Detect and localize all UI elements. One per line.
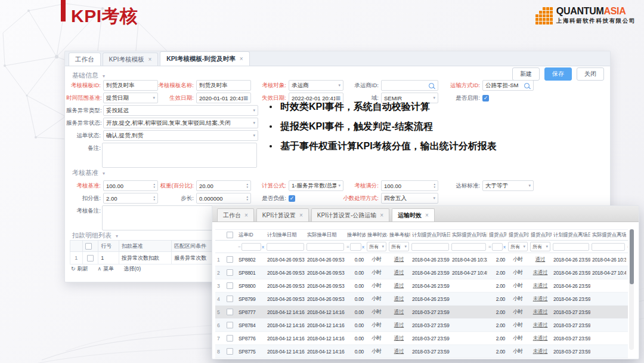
table-row[interactable]: 5SP87772018-04-12 14:162018-04-12 14:160…	[215, 306, 628, 319]
status-link[interactable]: 未通过	[533, 282, 548, 288]
table-row[interactable]: 2SP88012018-04-26 09:532018-04-26 09:530…	[215, 266, 628, 279]
row-checkbox[interactable]	[227, 296, 233, 302]
filter-input[interactable]	[553, 243, 589, 251]
table-row[interactable]: 6SP87842018-04-12 14:162018-04-12 14:160…	[215, 319, 628, 332]
select-all-checkbox[interactable]	[227, 232, 233, 238]
filter-input[interactable]	[350, 243, 361, 251]
table-row[interactable]: 8SP87752018-04-12 14:162018-04-12 14:160…	[215, 345, 628, 358]
filter-select[interactable]: 所有▾	[530, 242, 550, 251]
column-header[interactable]: 接单时效单位	[366, 230, 388, 241]
row-checkbox[interactable]	[227, 309, 233, 315]
clear-filter-icon[interactable]: x	[362, 244, 364, 250]
close-icon[interactable]: ×	[380, 212, 383, 219]
close-icon[interactable]: ×	[425, 212, 429, 219]
tab-KPI考核模板[interactable]: KPI考核模板×	[103, 53, 159, 66]
filter-select[interactable]: 所有▾	[389, 242, 409, 251]
status-link[interactable]: 通过	[394, 282, 404, 288]
status-link[interactable]: 未通过	[533, 269, 548, 275]
column-header[interactable]: 实际接单日期	[305, 230, 345, 241]
close-icon[interactable]: ×	[148, 56, 151, 63]
section-basic-header[interactable]: 基础信息▾	[72, 71, 105, 80]
row-checkbox[interactable]	[227, 256, 233, 263]
exception-status-select[interactable]: 开放,提交,初审,初审驳回,复审,复审驳回,结案,关闭▾	[103, 118, 258, 128]
clear-filter-icon[interactable]: x	[503, 244, 506, 250]
filter-input[interactable]	[492, 243, 503, 251]
search-icon[interactable]	[524, 83, 530, 88]
column-header[interactable]: 提货点离	[626, 230, 628, 241]
row-checkbox[interactable]	[227, 335, 233, 342]
filter-select[interactable]: 所有▾	[367, 242, 386, 251]
filter-input[interactable]	[411, 243, 449, 251]
row-checkbox[interactable]	[227, 282, 233, 289]
remark-textarea[interactable]	[102, 143, 257, 168]
table-row[interactable]: 7SP87762018-04-12 14:162018-04-12 14:160…	[215, 332, 628, 345]
status-link[interactable]: 通过	[535, 256, 545, 262]
status-link[interactable]: 通过	[394, 309, 404, 315]
filter-select[interactable]: 所有▾	[508, 242, 528, 251]
row-checkbox[interactable]	[87, 255, 94, 262]
negative-checkbox[interactable]: ✓	[289, 195, 295, 202]
status-link[interactable]: 通过	[394, 348, 404, 354]
status-link[interactable]: 通过	[394, 269, 404, 275]
column-header[interactable]: 实际提货点离场日	[590, 230, 626, 241]
waybill-status-select[interactable]: 确认,提货,到货▾	[103, 130, 258, 141]
status-link[interactable]: 通过	[394, 322, 404, 328]
status-link[interactable]: 通过	[394, 335, 404, 341]
tab-KPI考核模板-到货及时率[interactable]: KPI考核模板-到货及时率×	[160, 51, 249, 66]
status-link[interactable]: 通过	[394, 296, 404, 302]
status-link[interactable]: 未通过	[533, 335, 548, 341]
row-checkbox[interactable]	[227, 322, 233, 328]
section-deduction-header[interactable]: 扣款明细列表▾	[72, 231, 118, 240]
clear-filter-icon[interactable]: x	[262, 244, 264, 250]
column-header[interactable]: 提货点到场时效	[507, 230, 529, 241]
menu-button[interactable]: ∧菜单	[98, 265, 114, 273]
filter-input[interactable]	[451, 243, 486, 251]
column-header[interactable]: 计划接单日期	[265, 230, 305, 241]
close-icon[interactable]: ×	[299, 212, 303, 219]
new-button[interactable]: 新建	[512, 67, 540, 81]
column-header[interactable]: 运单ID	[237, 230, 265, 241]
exception-type-select[interactable]: 妥投延迟▾	[103, 105, 258, 116]
table-cell: 2018-04-12 14:16	[265, 319, 305, 332]
close-icon[interactable]: ×	[240, 56, 243, 62]
column-header[interactable]: 行号	[98, 241, 119, 252]
table-row[interactable]: 1SP88022018-04-26 09:532018-04-26 09:530…	[215, 253, 628, 266]
vertical-scrollbar[interactable]	[629, 229, 634, 350]
column-header[interactable]: 接单时效	[345, 230, 366, 241]
filter-input[interactable]	[267, 243, 304, 251]
status-link[interactable]: 未通过	[533, 309, 548, 315]
tab-工作台[interactable]: 工作台	[69, 53, 101, 66]
tab-KPI计算设置[interactable]: KPI计算设置×	[256, 208, 309, 222]
standard-select[interactable]: 大于等于▾	[482, 180, 534, 191]
column-header[interactable]: 扣款基准	[119, 241, 172, 252]
table-row[interactable]: 3SP88002018-04-26 09:532018-04-26 09:530…	[215, 279, 628, 293]
column-header[interactable]: 接单考核状态	[388, 230, 410, 241]
status-link[interactable]: 通过	[394, 256, 404, 262]
column-header[interactable]: 提货点到场考核	[529, 230, 552, 241]
filter-input[interactable]	[242, 243, 261, 251]
tab-工作台[interactable]: 工作台×	[217, 208, 254, 222]
tab-KPI计算设置-公路运输[interactable]: KPI计算设置-公路运输×	[311, 208, 389, 222]
column-header[interactable]: 计划提货点离场日	[552, 230, 590, 241]
status-link[interactable]: 未通过	[533, 296, 548, 302]
transport-mode-id-lookup-input[interactable]: 公路零担-SM	[482, 80, 534, 91]
section-criteria-header[interactable]: 考核基准▾	[72, 168, 105, 177]
column-header[interactable]: 计划提货点到场日	[410, 230, 450, 241]
row-checkbox[interactable]	[227, 348, 233, 355]
tab-运输时效[interactable]: 运输时效×	[392, 208, 435, 222]
scrollbar-thumb[interactable]	[630, 229, 634, 284]
status-link[interactable]: 未通过	[533, 348, 548, 354]
row-checkbox[interactable]	[227, 269, 233, 276]
status-link[interactable]: 未通过	[533, 322, 548, 328]
checkbox-unchecked[interactable]	[85, 243, 92, 250]
column-header[interactable]: 提货点到场时效	[487, 230, 507, 241]
column-header[interactable]: 实际提货点到场日	[450, 230, 487, 241]
save-button[interactable]: 保存	[544, 67, 572, 81]
close-button[interactable]: 关闭	[577, 67, 604, 81]
filter-input[interactable]	[592, 243, 625, 251]
filter-input[interactable]	[306, 243, 344, 251]
close-icon[interactable]: ×	[244, 212, 248, 219]
refresh-button[interactable]: ↻刷新	[71, 265, 88, 273]
table-row[interactable]: 4SP87992018-04-26 09:532018-04-26 09:530…	[215, 293, 628, 306]
decimal-mode-select[interactable]: 四舍五入▾	[381, 193, 438, 204]
